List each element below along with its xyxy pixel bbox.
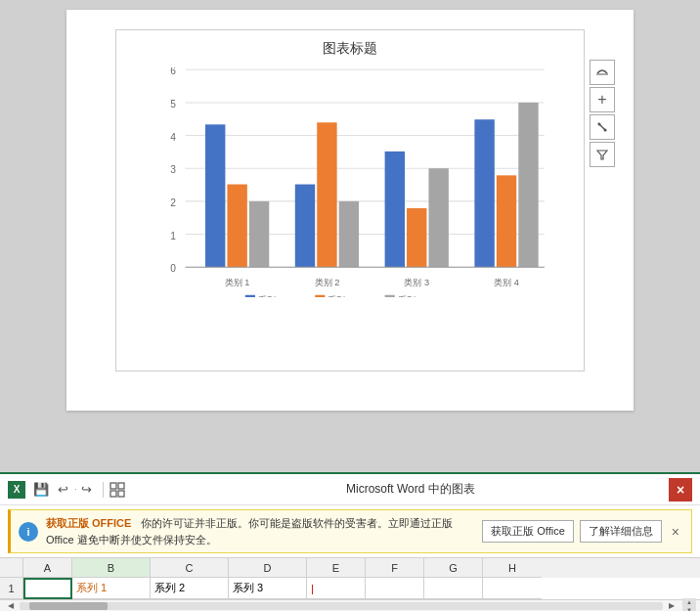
col-header-d[interactable]: D	[229, 558, 307, 578]
svg-text:类别 1: 类别 1	[225, 278, 250, 287]
svg-rect-25	[518, 103, 538, 267]
excel-app-icon: X	[8, 481, 25, 499]
col-header-b[interactable]: B	[72, 558, 151, 578]
svg-text:系列 3: 系列 3	[398, 295, 423, 297]
col-header-a[interactable]: A	[23, 558, 72, 578]
svg-text:1: 1	[170, 231, 176, 241]
svg-text:类别 3: 类别 3	[404, 278, 429, 287]
toolbar-separator-1	[103, 482, 104, 498]
svg-text:类别 2: 类别 2	[315, 278, 340, 287]
svg-text:5: 5	[170, 99, 176, 109]
cell-g1[interactable]	[424, 578, 483, 599]
chart-shape-button[interactable]	[590, 60, 615, 85]
table-row: 1 系列 1 系列 2 系列 3 |	[0, 578, 700, 599]
svg-rect-20	[385, 152, 405, 267]
scroll-down-button[interactable]: ▼	[682, 606, 696, 612]
cell-d1[interactable]: 系列 3	[229, 578, 307, 599]
cell-h1[interactable]	[483, 578, 542, 599]
scroll-thumb[interactable]	[29, 602, 108, 610]
svg-rect-33	[315, 295, 325, 297]
svg-rect-43	[118, 483, 124, 489]
license-content: 获取正版 OFFICE 你的许可证并非正版。你可能是盗版软件的受害者。立即通过正…	[46, 515, 476, 547]
col-header-e[interactable]: E	[307, 558, 366, 578]
svg-text:类别 4: 类别 4	[494, 278, 519, 287]
svg-text:6: 6	[170, 67, 176, 76]
svg-rect-21	[407, 208, 426, 267]
svg-rect-16	[249, 201, 269, 267]
svg-rect-23	[474, 119, 494, 267]
svg-rect-35	[385, 295, 395, 297]
insert-table-icon[interactable]	[108, 480, 127, 500]
excel-panel: X 💾 ↩ · ↪ Microsoft Word 中的图表 × i 获取正版 O…	[0, 472, 700, 611]
document-area: 图表标题 0 1 2 3 4 5 6	[0, 0, 700, 411]
corner-cell	[0, 558, 23, 578]
col-header-c[interactable]: C	[151, 558, 229, 578]
scroll-track[interactable]	[20, 602, 663, 610]
chart-container[interactable]: 图表标题 0 1 2 3 4 5 6	[115, 29, 585, 371]
svg-rect-18	[317, 122, 336, 267]
chart-title: 图表标题	[116, 40, 584, 58]
scroll-left-button[interactable]: ◀	[4, 599, 18, 612]
row-num-1: 1	[0, 578, 23, 599]
svg-text:4: 4	[170, 132, 176, 143]
chart-buttons-panel: +	[590, 60, 615, 167]
cell-a1[interactable]	[23, 578, 72, 599]
svg-text:系列 2: 系列 2	[328, 295, 353, 297]
redo-icon[interactable]: ↪	[77, 480, 97, 500]
svg-rect-24	[497, 175, 516, 267]
col-header-f[interactable]: F	[366, 558, 424, 578]
save-icon[interactable]: 💾	[31, 480, 51, 500]
excel-titlebar: X 💾 ↩ · ↪ Microsoft Word 中的图表 ×	[0, 474, 700, 505]
svg-rect-14	[205, 124, 225, 267]
svg-point-40	[604, 129, 607, 132]
svg-rect-44	[110, 491, 116, 497]
scroll-right-button[interactable]: ▶	[665, 599, 678, 612]
svg-marker-41	[597, 151, 607, 159]
col-header-h[interactable]: H	[483, 558, 542, 578]
col-header-row: A B C D E F G H	[0, 558, 700, 578]
svg-rect-45	[118, 491, 124, 497]
svg-text:2: 2	[170, 197, 176, 208]
get-office-button[interactable]: 获取正版 Office	[482, 520, 574, 543]
learn-more-button[interactable]: 了解详细信息	[580, 520, 662, 543]
spreadsheet-area: A B C D E F G H 1 系列 1 系列 2 系列 3	[0, 557, 700, 599]
license-info-icon: i	[19, 522, 38, 542]
chart-filters-button[interactable]	[590, 142, 615, 167]
license-warning-bar: i 获取正版 OFFICE 你的许可证并非正版。你可能是盗版软件的受害者。立即通…	[8, 509, 692, 553]
svg-text:系列 1: 系列 1	[258, 295, 284, 297]
add-chart-element-button[interactable]: +	[590, 87, 615, 112]
cell-c1[interactable]: 系列 2	[151, 578, 229, 599]
svg-rect-31	[245, 295, 255, 297]
svg-rect-19	[339, 201, 359, 267]
svg-rect-22	[428, 168, 448, 267]
license-bold-text: 获取正版 OFFICE	[46, 517, 131, 529]
vertical-scroll-buttons: ▲ ▼	[682, 598, 696, 612]
svg-text:3: 3	[170, 164, 176, 175]
cell-f1[interactable]	[366, 578, 424, 599]
chart-svg: 0 1 2 3 4 5 6	[155, 67, 554, 297]
scroll-up-button[interactable]: ▲	[682, 598, 696, 606]
document-paper: 图表标题 0 1 2 3 4 5 6	[66, 10, 634, 411]
svg-rect-15	[227, 185, 246, 268]
plus-icon: +	[597, 92, 606, 108]
col-header-g[interactable]: G	[424, 558, 483, 578]
chart-body: 0 1 2 3 4 5 6	[116, 63, 584, 336]
svg-point-39	[598, 123, 601, 126]
license-close-button[interactable]: ×	[668, 524, 683, 540]
svg-rect-42	[110, 483, 116, 489]
svg-rect-17	[295, 185, 315, 268]
close-button[interactable]: ×	[669, 478, 692, 502]
excel-title: Microsoft Word 中的图表	[129, 481, 692, 498]
horizontal-scrollbar[interactable]: ◀ ▶ ▲ ▼	[0, 599, 700, 611]
undo-icon[interactable]: ↩	[53, 480, 72, 500]
cell-e1[interactable]: |	[307, 578, 366, 599]
chart-styles-button[interactable]	[590, 114, 615, 140]
svg-text:0: 0	[170, 263, 176, 274]
cell-b1[interactable]: 系列 1	[72, 578, 151, 599]
excel-x-label: X	[14, 484, 21, 495]
